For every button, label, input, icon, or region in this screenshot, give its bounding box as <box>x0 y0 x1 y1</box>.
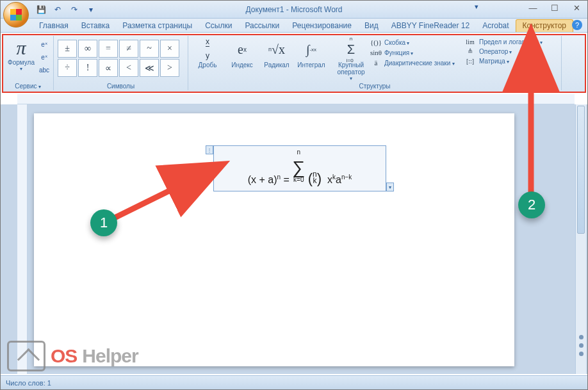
tab-references[interactable]: Ссылки <box>199 20 238 32</box>
ribbon-tabs: Главная Вставка Разметка страницы Ссылки… <box>1 19 587 33</box>
symbol-cell[interactable]: × <box>160 40 179 58</box>
qat-more-icon[interactable]: ▾ <box>84 3 98 16</box>
help-icon[interactable]: ? <box>572 20 582 30</box>
index-button[interactable]: exИндекс <box>228 37 256 81</box>
symbol-cell[interactable]: ∝ <box>99 59 118 77</box>
bracket-icon: {()} <box>370 38 382 46</box>
save-icon[interactable]: 💾 <box>34 3 48 16</box>
symbol-grid: ± ∞ = ≠ ~ × ÷ ! ∝ < ≪ > <box>58 40 179 77</box>
group-tools-label[interactable]: Сервис <box>3 83 53 90</box>
redo-icon[interactable]: ↷ <box>67 3 81 16</box>
symbol-cell[interactable]: ≠ <box>119 40 138 58</box>
ribbon: π Формула ▾ eˣ eˣ abc Сервис ± ∞ = ≠ ~ ×… <box>3 35 585 92</box>
radical-icon: n√x <box>263 37 291 61</box>
equation-box[interactable]: ⋮ (x + a)n = n ∑ k=0 (nk) xkan−k ▾ <box>213 145 386 191</box>
group-symbols: ± ∞ = ≠ ~ × ÷ ! ∝ < ≪ > Символы <box>54 36 188 90</box>
tab-mailings[interactable]: Рассылки <box>238 20 286 32</box>
function-button[interactable]: sinθФункция <box>370 49 455 56</box>
preset-icon[interactable]: eˣ <box>38 51 50 63</box>
equation-handle-icon[interactable]: ⋮ <box>206 145 213 154</box>
structure-col2: limПредел и логарифм ≜Оператор [::]Матри… <box>464 38 543 65</box>
vertical-scrollbar[interactable] <box>575 104 586 374</box>
operator-button[interactable]: ≜Оператор <box>464 48 543 55</box>
office-button[interactable] <box>3 2 29 28</box>
annotation-badge-2: 2 <box>518 191 545 218</box>
limit-button[interactable]: limПредел и логарифм <box>464 38 543 45</box>
tab-acrobat[interactable]: Acrobat <box>476 20 515 32</box>
tab-home[interactable]: Главная <box>33 20 75 32</box>
limit-icon: lim <box>464 38 477 45</box>
tab-abbyy[interactable]: ABBYY FineReader 12 <box>385 20 477 32</box>
title-bar: 💾 ↶ ↷ ▾ Документ1 - Microsoft Word ▾ — ☐… <box>1 1 587 19</box>
minimize-button[interactable]: — <box>525 2 541 13</box>
fraction-icon: xy <box>193 37 222 61</box>
integral-button[interactable]: ∫-xxИнтеграл <box>297 37 325 81</box>
tab-review[interactable]: Рецензирование <box>286 20 358 32</box>
window-title: Документ1 - Microsoft Word <box>245 5 342 14</box>
formula-label: Формула <box>6 59 36 66</box>
vertical-ruler[interactable] <box>17 104 28 374</box>
matrix-button[interactable]: [::]Матрица <box>464 58 543 65</box>
page[interactable]: ⋮ (x + a)n = n ∑ k=0 (nk) xkan−k ▾ <box>34 113 514 366</box>
symbol-cell[interactable]: ! <box>78 59 97 77</box>
word-count[interactable]: Число слов: 1 <box>6 379 51 387</box>
formula-button[interactable]: π Формула ▾ <box>6 37 36 72</box>
index-icon: ex <box>228 37 256 61</box>
cursor-icon <box>7 341 45 371</box>
group-tools: π Формула ▾ eˣ eˣ abc Сервис <box>3 36 54 90</box>
tab-layout[interactable]: Разметка страницы <box>116 20 199 32</box>
equation-content[interactable]: (x + a)n = n ∑ k=0 (nk) xkan−k <box>248 150 352 187</box>
watermark-text-1: OS <box>51 345 77 367</box>
maximize-button[interactable]: ☐ <box>546 2 563 13</box>
window-controls: — ☐ ✕ <box>525 2 585 13</box>
preset-icon[interactable]: abc <box>38 64 50 76</box>
pi-icon: π <box>6 37 36 59</box>
symbol-cell[interactable]: < <box>119 59 138 77</box>
tab-insert[interactable]: Вставка <box>75 20 117 32</box>
bracket-button[interactable]: {()}Скобка <box>370 38 455 46</box>
symbol-cell[interactable]: = <box>99 40 118 58</box>
structure-col1: {()}Скобка sinθФункция äДиакритические з… <box>370 38 455 67</box>
operator-icon: ≜ <box>464 48 477 55</box>
symbol-cell[interactable]: ≪ <box>140 59 159 77</box>
tab-view[interactable]: Вид <box>358 20 385 32</box>
group-structures: xyДробь exИндекс n√xРадикал ∫-xxИнтеграл… <box>188 36 562 90</box>
function-icon: sinθ <box>370 49 382 56</box>
watermark: OS Helper <box>7 341 138 371</box>
symbol-cell[interactable]: ÷ <box>58 59 77 77</box>
document-area: ⋮ (x + a)n = n ∑ k=0 (nk) xkan−k ▾ <box>1 104 587 374</box>
sigma-icon: nΣi=0 <box>332 37 370 61</box>
diacritic-button[interactable]: äДиакритические знаки <box>370 59 455 67</box>
quick-access-toolbar: 💾 ↶ ↷ ▾ <box>34 3 98 16</box>
group-structures-label: Структуры <box>188 83 561 90</box>
formula-preset-icons: eˣ eˣ abc <box>38 38 50 76</box>
browse-object-icons[interactable] <box>576 335 586 356</box>
symbol-cell[interactable]: ± <box>58 40 77 58</box>
undo-icon[interactable]: ↶ <box>51 3 65 16</box>
structure-buttons: xyДробь exИндекс n√xРадикал ∫-xxИнтеграл… <box>193 37 370 81</box>
symbol-cell[interactable]: ~ <box>140 40 159 58</box>
bigop-button[interactable]: nΣi=0Крупный оператор▾ <box>332 37 370 81</box>
preset-icon[interactable]: eˣ <box>38 38 50 50</box>
matrix-icon: [::] <box>464 58 477 65</box>
symbol-cell[interactable]: > <box>160 59 179 77</box>
scrollbar-thumb[interactable] <box>577 106 585 234</box>
equation-options-icon[interactable]: ▾ <box>386 183 394 191</box>
ribbon-minimize-icon[interactable]: ▾ <box>475 3 478 11</box>
fraction-button[interactable]: xyДробь <box>193 37 222 81</box>
annotation-badge-1: 1 <box>90 209 117 236</box>
radical-button[interactable]: n√xРадикал <box>263 37 291 81</box>
horizontal-ruler[interactable] <box>17 94 575 104</box>
diacritic-icon: ä <box>370 59 382 67</box>
tab-design[interactable]: Конструктор <box>516 19 573 32</box>
watermark-text-2: Helper <box>82 345 138 367</box>
status-bar: Число слов: 1 <box>1 375 587 389</box>
close-button[interactable]: ✕ <box>568 2 585 13</box>
symbol-cell[interactable]: ∞ <box>78 40 97 58</box>
integral-icon: ∫-xx <box>297 37 325 61</box>
group-symbols-label: Символы <box>54 83 188 90</box>
